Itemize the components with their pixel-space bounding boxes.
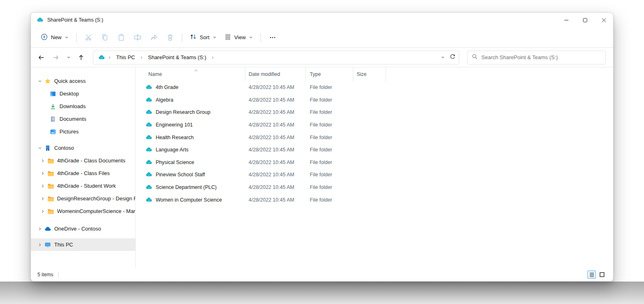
share-button[interactable] [146,31,162,44]
paste-button[interactable] [113,31,129,44]
recent-locations-button[interactable] [64,51,73,64]
sidebar-item-label: 4thGrade - Class Files [57,170,110,176]
sidebar-item-contoso[interactable]: Contoso [31,142,135,154]
cloud-folder-icon [146,134,152,141]
new-plus-icon [40,33,48,42]
folder-icon [46,158,55,164]
cloud-folder-icon [146,109,152,115]
toolbar-separator [260,33,261,42]
file-type: File folder [306,122,353,128]
file-date: 4/28/2022 10:45 AM [245,84,306,90]
sidebar-item-label: Documents [60,116,86,122]
file-date: 4/28/2022 10:45 AM [245,172,306,178]
sidebar-item-downloads[interactable]: Downloads [31,100,135,113]
breadcrumb-current-drive[interactable]: SharePoint & Teams (S:) [146,53,208,62]
details-view-icon [589,272,594,277]
sidebar-item-label: Downloads [60,103,86,109]
file-row[interactable]: Physical Science 4/28/2022 10:45 AM File… [136,156,613,169]
file-row[interactable]: Women in Computer Science 4/28/2022 10:4… [136,193,613,206]
file-row[interactable]: Science Department (PLC) 4/28/2022 10:45… [136,181,613,194]
file-row[interactable]: Health Research 4/28/2022 10:45 AM File … [136,131,613,144]
rename-button[interactable] [129,31,146,44]
address-dropdown-chevron-icon[interactable] [441,54,445,61]
maximize-button[interactable] [576,13,594,27]
sidebar-item-label: DesignResearchGroup - Design Resea [57,195,135,202]
window-title: SharePoint & Teams (S:) [47,17,103,23]
view-button-label: View [234,34,246,40]
file-row[interactable]: Design Research Group 4/28/2022 10:45 AM… [136,106,613,119]
address-bar[interactable]: This PC SharePoint & Teams (S:) [93,51,459,64]
file-name: Science Department (PLC) [156,184,216,190]
new-button[interactable]: New [37,31,73,44]
file-row[interactable]: Language Arts 4/28/2022 10:45 AM File fo… [136,144,613,156]
column-header-type[interactable]: Type [306,67,353,81]
sidebar-item-folder[interactable]: DesignResearchGroup - Design Resea [31,192,135,205]
details-view-button[interactable] [587,271,596,279]
sidebar-item-label: Pictures [60,129,79,135]
file-row[interactable]: Pineview School Staff 4/28/2022 10:45 AM… [136,169,613,181]
file-date: 4/28/2022 10:45 AM [245,147,306,153]
column-header-size[interactable]: Size [353,67,386,81]
chevron-right-icon[interactable] [139,55,143,60]
column-header-date-modified[interactable]: Date modified [245,67,306,81]
file-date: 4/28/2022 10:45 AM [245,135,306,140]
chevron-right-icon[interactable] [36,242,44,248]
chevron-right-icon[interactable] [39,158,46,164]
chevron-right-icon[interactable] [39,171,46,176]
chevron-right-icon[interactable] [108,55,112,60]
back-button[interactable] [35,51,47,64]
file-row[interactable]: 4th Grade 4/28/2022 10:45 AM File folder [136,81,613,94]
up-button[interactable] [75,51,87,64]
file-name: Physical Science [156,160,194,165]
file-name: Design Research Group [156,109,210,115]
large-icons-view-button[interactable] [598,271,606,279]
breadcrumb-this-pc[interactable]: This PC [114,53,137,62]
close-button[interactable] [594,13,613,27]
file-date: 4/28/2022 10:45 AM [245,122,306,128]
cloud-folder-icon [146,97,152,103]
sidebar-item-onedrive[interactable]: OneDrive - Contoso [31,222,135,235]
copy-button[interactable] [97,31,113,44]
chevron-down-icon[interactable] [36,145,44,151]
onedrive-cloud-icon [44,226,52,231]
sidebar-item-quick-access[interactable]: Quick access [31,75,135,87]
chevron-right-icon[interactable] [39,183,46,189]
sidebar-item-label: Contoso [54,145,74,151]
desktop-backdrop [0,282,644,304]
sidebar-item-pictures[interactable]: Pictures [31,125,135,138]
share-icon [150,33,158,41]
forward-button[interactable] [50,51,62,64]
file-type: File folder [306,97,353,103]
sidebar-item-desktop[interactable]: Desktop [31,87,135,100]
large-icons-view-icon [600,272,604,277]
sidebar-item-folder[interactable]: 4thGrade - Class Documents [31,154,135,167]
view-button[interactable]: View [221,31,257,44]
cut-button[interactable] [80,31,97,44]
column-header-name[interactable]: Name [136,67,245,81]
file-name: Pineview School Staff [156,172,205,178]
chevron-right-icon[interactable] [211,55,215,60]
refresh-icon[interactable] [449,53,456,62]
delete-button[interactable] [162,31,178,44]
title-bar: SharePoint & Teams (S:) [31,13,613,27]
new-button-label: New [51,34,62,40]
file-type: File folder [306,160,353,165]
search-box[interactable] [467,51,606,64]
drive-cloud-icon[interactable] [98,54,105,61]
more-options-button[interactable] [265,31,281,44]
sidebar-item-folder[interactable]: 4thGrade - Class Files [31,167,135,180]
chevron-right-icon[interactable] [36,226,44,232]
sidebar-item-folder[interactable]: 4thGrade - Student Work [31,180,135,192]
sidebar-item-documents[interactable]: Documents [31,113,135,125]
file-row[interactable]: Algebra 4/28/2022 10:45 AM File folder [136,94,613,107]
chevron-right-icon[interactable] [39,196,46,202]
minimize-button[interactable] [557,13,576,27]
sort-button[interactable]: Sort [186,31,221,44]
chevron-right-icon[interactable] [39,209,46,214]
search-input[interactable] [481,54,601,60]
sidebar-item-this-pc[interactable]: This PC [31,238,135,251]
chevron-down-icon[interactable] [36,78,44,84]
sidebar-item-folder[interactable]: WomeninComputerScience - Manage [31,205,135,217]
star-icon [44,78,52,84]
file-row[interactable]: Engineering 101 4/28/2022 10:45 AM File … [136,119,613,131]
